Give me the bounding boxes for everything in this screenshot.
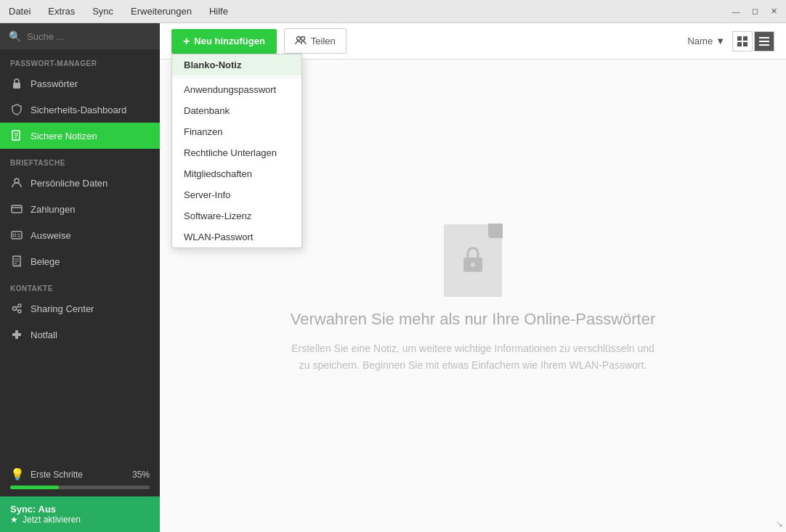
share-people-icon xyxy=(295,34,307,48)
menu-hilfe[interactable]: Hilfe xyxy=(206,4,231,18)
shield-icon xyxy=(10,103,23,116)
empty-state-title: Verwahren Sie mehr als nur Ihre Online-P… xyxy=(291,310,656,329)
new-button-wrapper: + Neu hinzufügen Blanko-Notiz Anwendungs… xyxy=(171,29,277,54)
dropdown-option-app-password[interactable]: Anwendungspasswort xyxy=(172,79,301,100)
emergency-icon xyxy=(10,328,23,341)
list-view-button[interactable] xyxy=(754,31,774,52)
sort-label: Name xyxy=(687,36,713,46)
sidebar-item-emergency[interactable]: Notfall xyxy=(0,322,160,348)
section-label-kontakte: KONTAKTE xyxy=(0,274,160,295)
resize-handle[interactable]: ↘ xyxy=(776,519,783,529)
search-icon: 🔍 xyxy=(9,30,21,42)
menu-extras[interactable]: Extras xyxy=(45,4,78,18)
card-icon xyxy=(10,202,23,216)
person-icon xyxy=(10,176,23,189)
notes-icon xyxy=(10,129,23,142)
sidebar-bottom: 💡 Erste Schritte 35% Sync: Aus ★ Jetzt a… xyxy=(0,460,160,532)
svg-rect-17 xyxy=(759,37,769,38)
svg-rect-14 xyxy=(743,36,747,41)
toolbar-right: Name ▼ xyxy=(687,31,774,52)
title-bar: Datei Extras Sync Erweiterungen Hilfe — … xyxy=(0,0,786,23)
empty-state-icon xyxy=(440,218,506,298)
getting-started: 💡 Erste Schritte 35% xyxy=(0,460,160,496)
passwords-label: Passwörter xyxy=(31,78,78,89)
svg-rect-19 xyxy=(759,44,769,46)
svg-point-12 xyxy=(301,37,304,41)
lock-symbol xyxy=(462,246,484,277)
share-icon xyxy=(10,302,23,315)
app-container: 🔍 PASSWORT-MANAGER Passwörter Sicherheit… xyxy=(0,23,786,532)
restore-button[interactable]: ◻ xyxy=(748,5,761,18)
dropdown-option-database[interactable]: Datenbank xyxy=(172,100,301,121)
sidebar-item-secure-notes[interactable]: Sichere Notizen xyxy=(0,123,160,149)
svg-rect-0 xyxy=(13,83,20,89)
svg-point-6 xyxy=(13,307,17,311)
search-bar: 🔍 xyxy=(0,23,160,49)
dropdown-option-software-license[interactable]: Software-Lizenz xyxy=(172,205,301,226)
svg-point-21 xyxy=(471,263,475,267)
sidebar: 🔍 PASSWORT-MANAGER Passwörter Sicherheit… xyxy=(0,23,160,532)
svg-point-8 xyxy=(18,310,21,313)
getting-started-label: Erste Schritte xyxy=(31,470,83,480)
new-button[interactable]: + Neu hinzufügen xyxy=(171,29,277,54)
dropdown-option-server-info[interactable]: Server-Info xyxy=(172,184,301,205)
plus-icon: + xyxy=(183,35,190,48)
svg-rect-3 xyxy=(12,205,22,213)
dropdown-option-wlan-password[interactable]: WLAN-Passwort xyxy=(172,226,301,247)
menu-erweiterungen[interactable]: Erweiterungen xyxy=(128,4,195,18)
share-button[interactable]: Teilen xyxy=(284,28,347,54)
receipt-icon xyxy=(10,255,23,268)
sync-subtitle: ★ Jetzt aktivieren xyxy=(10,515,150,525)
svg-point-11 xyxy=(296,37,300,41)
sort-button[interactable]: Name ▼ xyxy=(687,36,725,46)
secure-notes-label: Sichere Notizen xyxy=(31,131,97,142)
dropdown-option-blank-note[interactable]: Blanko-Notiz xyxy=(172,54,301,75)
sidebar-item-sharing-center[interactable]: Sharing Center xyxy=(0,295,160,322)
lock-icon xyxy=(10,77,23,90)
ids-label: Ausweise xyxy=(31,230,71,241)
new-dropdown-menu: Blanko-Notiz Anwendungspasswort Datenban… xyxy=(171,54,302,248)
grid-view-button[interactable] xyxy=(732,31,753,52)
sync-banner[interactable]: Sync: Aus ★ Jetzt aktivieren xyxy=(0,496,160,532)
sidebar-item-ids[interactable]: Ausweise xyxy=(0,222,160,248)
svg-point-7 xyxy=(18,304,21,307)
menu-sync[interactable]: Sync xyxy=(89,4,116,18)
sharing-center-label: Sharing Center xyxy=(31,303,94,314)
new-button-label: Neu hinzufügen xyxy=(194,36,265,46)
search-input[interactable] xyxy=(27,31,151,42)
dropdown-option-memberships[interactable]: Mitgliedschaften xyxy=(172,163,301,184)
view-toggle xyxy=(732,31,774,52)
window-controls: — ◻ ✕ xyxy=(729,5,780,18)
menu-bar: Datei Extras Sync Erweiterungen Hilfe xyxy=(6,4,729,18)
emergency-label: Notfall xyxy=(31,330,57,340)
sidebar-item-passwords[interactable]: Passwörter xyxy=(0,70,160,97)
svg-rect-15 xyxy=(737,42,742,46)
star-icon: ★ xyxy=(10,515,18,525)
sync-title: Sync: Aus xyxy=(10,504,150,515)
id-icon xyxy=(10,229,23,242)
dropdown-option-finance[interactable]: Finanzen xyxy=(172,121,301,142)
sidebar-item-payments[interactable]: Zahlungen xyxy=(0,196,160,222)
progress-bar-bg xyxy=(10,486,150,489)
share-button-label: Teilen xyxy=(311,36,336,46)
svg-rect-16 xyxy=(743,42,747,46)
svg-point-5 xyxy=(13,234,16,237)
dropdown-option-legal[interactable]: Rechtliche Unterlagen xyxy=(172,142,301,163)
sidebar-item-personal-data[interactable]: Persönliche Daten xyxy=(0,170,160,196)
minimize-button[interactable]: — xyxy=(729,5,742,18)
close-button[interactable]: ✕ xyxy=(767,5,780,18)
section-label-password-manager: PASSWORT-MANAGER xyxy=(0,49,160,70)
svg-rect-13 xyxy=(737,36,742,41)
dropdown-divider xyxy=(172,77,301,78)
sidebar-item-receipts[interactable]: Belege xyxy=(0,248,160,274)
receipts-label: Belege xyxy=(31,256,60,267)
menu-datei[interactable]: Datei xyxy=(6,4,33,18)
payments-label: Zahlungen xyxy=(31,204,75,215)
sidebar-item-security-dashboard[interactable]: Sicherheits-Dashboard xyxy=(0,97,160,123)
main-content: + Neu hinzufügen Blanko-Notiz Anwendungs… xyxy=(160,23,786,532)
chevron-down-icon: ▼ xyxy=(716,36,725,46)
svg-rect-18 xyxy=(759,41,769,42)
empty-state-description: Erstellen Sie eine Notiz, um weitere wic… xyxy=(291,340,655,373)
svg-point-2 xyxy=(15,179,19,183)
getting-started-percent: 35% xyxy=(132,470,150,480)
